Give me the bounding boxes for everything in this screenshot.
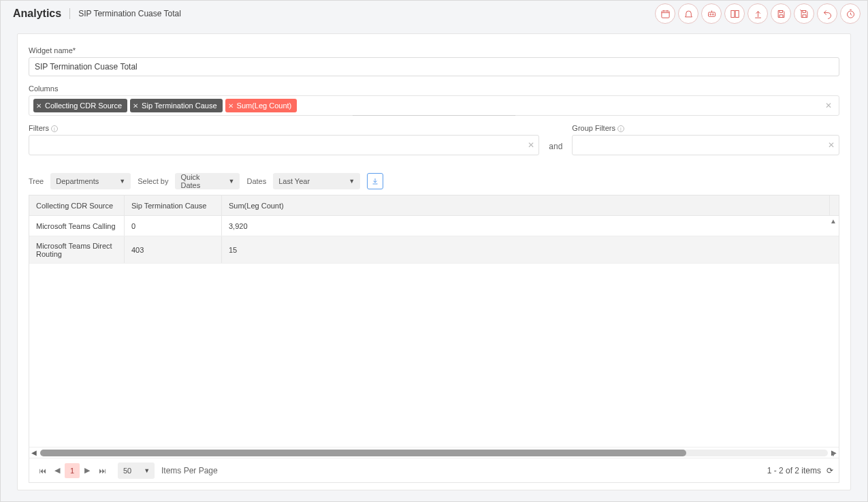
svg-rect-0 (661, 11, 669, 18)
selector-row: Tree Departments▼ Select by Quick Dates▼… (29, 173, 839, 189)
save-icon[interactable] (771, 3, 791, 24)
scroll-track[interactable] (40, 450, 828, 456)
column-chip[interactable]: ✕Sip Termination Cause (130, 99, 222, 112)
table-header[interactable]: Collecting CDR Source (29, 195, 125, 215)
table-header-row: Collecting CDR Source Sip Termination Ca… (29, 195, 839, 216)
table-cell: 3,920 (222, 216, 839, 236)
columns-underline (29, 115, 839, 116)
items-per-page-label: Items Per Page (161, 466, 218, 475)
chevron-down-icon: ▼ (131, 467, 150, 474)
columns-icon[interactable] (724, 3, 745, 24)
columns-chip-row[interactable]: ✕Collecting CDR Source ✕Sip Termination … (29, 95, 839, 116)
table-cell: 15 (222, 236, 839, 263)
app-title: Analytics (13, 7, 61, 20)
table-header[interactable]: Sum(Leg Count) (222, 195, 829, 215)
dates-dropdown[interactable]: Last Year▼ (273, 173, 360, 189)
table-cell: 403 (125, 236, 222, 263)
scroll-thumb[interactable] (40, 450, 686, 456)
columns-section: Columns ✕Collecting CDR Source ✕Sip Term… (29, 84, 839, 116)
table-cell: 0 (125, 216, 222, 236)
robot-icon[interactable] (701, 3, 722, 24)
scroll-down-arrow[interactable]: ▼ (830, 450, 837, 458)
chevron-down-icon: ▼ (107, 178, 125, 185)
table-row[interactable]: Microsoft Teams Direct Routing 403 15 (29, 236, 839, 264)
clear-columns-icon[interactable]: ✕ (821, 101, 836, 110)
table-cell: Microsoft Teams Calling (29, 216, 125, 236)
info-icon[interactable]: i (617, 125, 624, 132)
first-page-button[interactable]: ⏮ (35, 463, 50, 478)
table-body: Microsoft Teams Calling 0 3,920 Microsof… (29, 216, 839, 447)
filters-input[interactable]: ✕ (29, 135, 539, 155)
prev-page-button[interactable]: ◀ (50, 463, 65, 478)
columns-label: Columns (29, 84, 839, 93)
table-row[interactable]: Microsoft Teams Calling 0 3,920 (29, 216, 839, 236)
breadcrumb-divider (69, 8, 70, 19)
chevron-down-icon: ▼ (336, 178, 355, 185)
chip-label: Collecting CDR Source (45, 101, 122, 110)
tree-label: Tree (29, 177, 44, 185)
table-cell: Microsoft Teams Direct Routing (29, 236, 125, 263)
top-bar: Analytics SIP Termination Cuase Total (1, 1, 867, 27)
select-by-dropdown[interactable]: Quick Dates▼ (175, 173, 240, 189)
filters-row: Filtersi ✕ and Group Filtersi ✕ (29, 124, 839, 155)
clear-filters-icon[interactable]: ✕ (528, 140, 534, 150)
results-table: Collecting CDR Source Sip Termination Ca… (29, 195, 839, 483)
clear-group-filters-icon[interactable]: ✕ (828, 140, 835, 150)
group-filters-input[interactable]: ✕ (572, 135, 839, 155)
chip-label: Sip Termination Cause (142, 101, 216, 110)
range-label: 1 - 2 of 2 items (767, 466, 821, 475)
bell-icon[interactable] (678, 3, 698, 24)
download-button[interactable] (367, 173, 383, 189)
close-icon[interactable]: ✕ (36, 102, 42, 110)
close-icon[interactable]: ✕ (228, 102, 234, 110)
widget-name-input[interactable] (29, 57, 839, 76)
timer-icon[interactable] (840, 3, 861, 24)
svg-rect-5 (735, 10, 739, 17)
column-chip[interactable]: ✕Sum(Leg Count) (225, 99, 298, 112)
svg-rect-4 (730, 10, 734, 17)
upload-icon[interactable] (748, 3, 768, 24)
table-header[interactable]: Sip Termination Cause (125, 195, 222, 215)
svg-rect-1 (708, 12, 715, 16)
widget-editor-card: Widget name* Columns ✕Collecting CDR Sou… (17, 33, 851, 490)
scroll-left-arrow[interactable]: ◀ (29, 449, 39, 456)
tree-dropdown[interactable]: Departments▼ (50, 173, 131, 189)
widget-name-section: Widget name* (29, 46, 839, 76)
last-page-button[interactable]: ⏭ (95, 463, 110, 478)
group-filters-label: Group Filtersi (572, 124, 839, 132)
info-icon[interactable]: i (51, 125, 58, 132)
filters-label: Filtersi (29, 124, 539, 132)
current-page[interactable]: 1 (65, 463, 80, 478)
chip-label: Sum(Leg Count) (237, 101, 292, 110)
next-page-button[interactable]: ▶ (80, 463, 95, 478)
dates-label: Dates (246, 177, 266, 185)
table-footer: ⏮ ◀ 1 ▶ ⏭ 50▼ Items Per Page 1 - 2 of 2 … (29, 458, 839, 482)
scroll-gutter (829, 195, 839, 215)
undo-icon[interactable] (817, 3, 837, 24)
chevron-down-icon: ▼ (216, 178, 235, 185)
select-by-label: Select by (138, 177, 168, 185)
breadcrumb: SIP Termination Cuase Total (78, 9, 181, 18)
column-chip[interactable]: ✕Collecting CDR Source (33, 99, 127, 112)
horizontal-scrollbar[interactable]: ◀ ▶ (29, 447, 839, 458)
calendar-icon[interactable] (655, 3, 675, 24)
widget-name-label: Widget name* (29, 46, 839, 54)
page-size-dropdown[interactable]: 50▼ (118, 462, 155, 479)
and-label: and (549, 138, 562, 155)
save-as-icon[interactable] (794, 3, 814, 24)
refresh-icon[interactable]: ⟳ (826, 466, 833, 475)
svg-point-2 (709, 14, 711, 15)
svg-point-3 (712, 14, 713, 15)
close-icon[interactable]: ✕ (133, 102, 138, 110)
